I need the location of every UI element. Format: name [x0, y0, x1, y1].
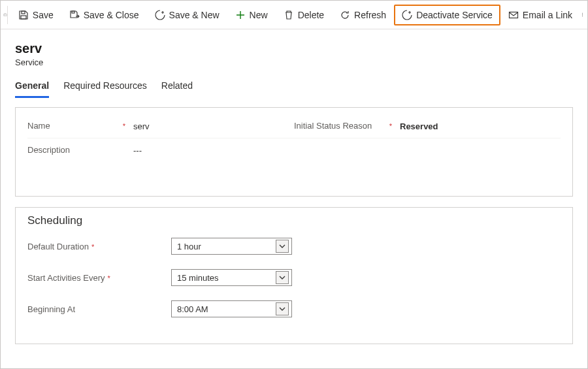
chevron-down-icon [279, 274, 286, 281]
status-field[interactable]: Reserved [400, 121, 561, 131]
svg-rect-3 [72, 11, 74, 13]
save-new-label: Save & New [169, 10, 220, 20]
dropdown-button[interactable] [276, 271, 289, 284]
refresh-label: Refresh [354, 10, 386, 20]
name-label: Name [27, 121, 50, 131]
plus-icon [235, 10, 246, 20]
page-title: serv [15, 41, 573, 56]
start-activities-label: Start Activities Every [27, 273, 105, 283]
email-link-button[interactable]: Email a Link [500, 5, 580, 25]
svg-point-6 [582, 14, 583, 15]
chevron-down-icon [279, 306, 286, 312]
svg-point-0 [4, 13, 7, 16]
back-button[interactable] [3, 6, 8, 24]
trash-icon [284, 10, 294, 20]
svg-point-7 [582, 16, 583, 16]
new-button[interactable]: New [227, 5, 276, 25]
save-close-label: Save & Close [84, 10, 139, 20]
beginning-at-value: 8:00 AM [177, 304, 208, 314]
status-label: Initial Status Reason [294, 121, 372, 131]
beginning-at-select[interactable]: 8:00 AM [171, 300, 292, 317]
new-label: New [250, 10, 268, 20]
email-icon [508, 10, 519, 20]
entity-name: Service [15, 57, 573, 67]
svg-rect-2 [21, 16, 26, 19]
default-duration-label: Default Duration [27, 242, 89, 251]
description-field[interactable]: --- [133, 145, 561, 155]
save-close-button[interactable]: Save & Close [61, 5, 147, 25]
description-label: Description [27, 145, 70, 155]
command-bar: Save Save & Close Save & New New Delete … [1, 1, 587, 29]
scheduling-title: Scheduling [27, 214, 561, 227]
more-commands-button[interactable] [580, 12, 585, 17]
deactivate-icon [402, 10, 412, 20]
deactivate-service-button[interactable]: Deactivate Service [394, 5, 500, 25]
save-button[interactable]: Save [10, 5, 61, 25]
delete-label: Delete [298, 10, 324, 20]
dropdown-button[interactable] [276, 240, 289, 253]
save-label: Save [33, 10, 54, 20]
required-marker: * [105, 274, 110, 282]
form-tabs: General Required Resources Related [1, 71, 587, 98]
save-new-button[interactable]: Save & New [147, 5, 227, 25]
tab-related[interactable]: Related [161, 78, 193, 98]
save-new-icon [155, 10, 165, 20]
chevron-left-circle-icon [3, 13, 7, 17]
delete-button[interactable]: Delete [276, 5, 332, 25]
save-close-icon [69, 10, 80, 20]
chevron-down-icon [279, 243, 286, 249]
general-section: Name * serv Initial Status Reason * Rese… [15, 107, 573, 197]
required-marker: * [89, 243, 94, 251]
default-duration-select[interactable]: 1 hour [171, 238, 292, 255]
scheduling-section: Scheduling Default Duration* 1 hour Star… [15, 207, 573, 344]
more-vertical-icon [580, 12, 585, 17]
deactivate-label: Deactivate Service [416, 10, 493, 20]
name-field[interactable]: serv [133, 121, 294, 131]
beginning-at-label: Beginning At [27, 304, 75, 314]
tab-general[interactable]: General [15, 78, 49, 98]
svg-rect-1 [22, 11, 25, 14]
tab-required-resources[interactable]: Required Resources [63, 78, 147, 98]
svg-point-5 [582, 13, 583, 14]
required-marker: * [120, 122, 125, 130]
dropdown-button[interactable] [276, 302, 289, 315]
refresh-icon [340, 10, 350, 20]
start-activities-select[interactable]: 15 minutes [171, 269, 292, 286]
required-marker: * [387, 122, 392, 130]
start-activities-value: 15 minutes [177, 273, 219, 283]
email-link-label: Email a Link [523, 10, 572, 20]
record-header: serv Service [1, 29, 587, 71]
refresh-button[interactable]: Refresh [332, 5, 394, 25]
default-duration-value: 1 hour [177, 242, 201, 251]
save-icon [18, 10, 29, 20]
